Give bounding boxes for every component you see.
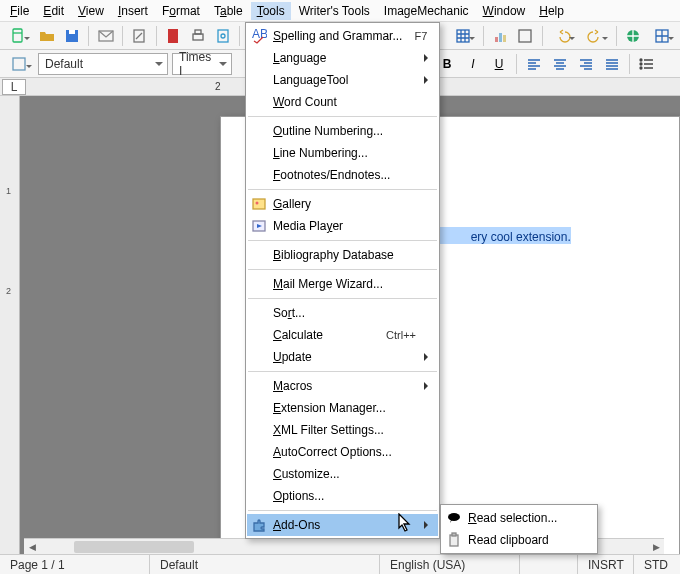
print-icon[interactable] bbox=[188, 25, 209, 47]
menu-item-label: Outline Numbering... bbox=[273, 124, 416, 138]
toolbar-separator bbox=[629, 54, 630, 74]
new-doc-icon[interactable] bbox=[4, 25, 32, 47]
redo-icon[interactable] bbox=[581, 25, 609, 47]
menu-item-line-numbering[interactable]: Line Numbering... bbox=[247, 142, 438, 164]
status-insert-mode[interactable]: INSRT bbox=[578, 555, 634, 574]
menu-tools[interactable]: Tools bbox=[251, 2, 291, 20]
preview-icon[interactable] bbox=[213, 25, 234, 47]
menu-item-word-count[interactable]: Word Count bbox=[247, 91, 438, 113]
menu-item-read-selection[interactable]: Read selection... bbox=[442, 507, 596, 529]
menu-item-bibliography-database[interactable]: Bibliography Database bbox=[247, 244, 438, 266]
underline-icon[interactable]: U bbox=[488, 53, 510, 75]
font-name-value: Times I bbox=[179, 50, 213, 78]
find-icon[interactable] bbox=[515, 25, 536, 47]
menu-item-footnotes-endnotes[interactable]: Footnotes/Endnotes... bbox=[247, 164, 438, 186]
menu-item-xml-filter-settings[interactable]: XML Filter Settings... bbox=[247, 419, 438, 441]
svg-rect-2 bbox=[69, 30, 75, 34]
menu-item-sort[interactable]: Sort... bbox=[247, 302, 438, 324]
italic-icon[interactable]: I bbox=[462, 53, 484, 75]
align-center-icon[interactable] bbox=[549, 53, 571, 75]
svg-point-25 bbox=[448, 513, 460, 521]
table-insert-icon[interactable] bbox=[449, 25, 477, 47]
styles-dialog-icon[interactable] bbox=[4, 53, 34, 75]
align-justify-icon[interactable] bbox=[601, 53, 623, 75]
menu-item-outline-numbering[interactable]: Outline Numbering... bbox=[247, 120, 438, 142]
menu-item-extension-manager[interactable]: Extension Manager... bbox=[247, 397, 438, 419]
scroll-left-arrow[interactable]: ◀ bbox=[25, 540, 39, 554]
menu-format[interactable]: Format bbox=[156, 2, 206, 20]
pdf-icon[interactable] bbox=[163, 25, 184, 47]
menu-item-gallery[interactable]: Gallery bbox=[247, 193, 438, 215]
align-right-icon[interactable] bbox=[575, 53, 597, 75]
menu-item-label: Add-Ons bbox=[273, 518, 416, 532]
undo-icon[interactable] bbox=[549, 25, 577, 47]
svg-rect-14 bbox=[519, 30, 531, 42]
menu-item-label: Options... bbox=[273, 489, 416, 503]
menu-item-macros[interactable]: Macros bbox=[247, 375, 438, 397]
svg-point-18 bbox=[640, 59, 642, 61]
align-left-icon[interactable] bbox=[523, 53, 545, 75]
menu-item-label: Read clipboard bbox=[468, 533, 574, 547]
edit-doc-icon[interactable] bbox=[129, 25, 150, 47]
menu-item-language[interactable]: Language bbox=[247, 47, 438, 69]
menu-insert[interactable]: Insert bbox=[112, 2, 154, 20]
addons-submenu: Read selection...Read clipboard bbox=[440, 504, 598, 554]
vertical-ruler[interactable]: 1 2 bbox=[0, 96, 20, 554]
menu-view[interactable]: View bbox=[72, 2, 110, 20]
menu-window[interactable]: Window bbox=[477, 2, 532, 20]
menu-item-options[interactable]: Options... bbox=[247, 485, 438, 507]
menu-item-languagetool[interactable]: LanguageTool bbox=[247, 69, 438, 91]
menu-item-media-player[interactable]: Media Player bbox=[247, 215, 438, 237]
menu-item-add-ons[interactable]: Add-Ons bbox=[247, 514, 438, 536]
font-name-combo[interactable]: Times I bbox=[172, 53, 232, 75]
menu-item-read-clipboard[interactable]: Read clipboard bbox=[442, 529, 596, 551]
open-icon[interactable] bbox=[36, 25, 57, 47]
svg-point-9 bbox=[221, 34, 225, 38]
menu-item-customize[interactable]: Customize... bbox=[247, 463, 438, 485]
menu-file[interactable]: File bbox=[4, 2, 35, 20]
svg-point-19 bbox=[640, 63, 642, 65]
scroll-thumb[interactable] bbox=[74, 541, 194, 553]
menu-table[interactable]: Table bbox=[208, 2, 249, 20]
menu-item-label: AutoCorrect Options... bbox=[273, 445, 416, 459]
status-page[interactable]: Page 1 / 1 bbox=[0, 555, 150, 574]
menu-writers-tools[interactable]: Writer's Tools bbox=[293, 2, 376, 20]
status-spacer bbox=[520, 555, 578, 574]
menu-divider bbox=[248, 510, 437, 511]
globe-icon[interactable] bbox=[623, 25, 644, 47]
paragraph-style-value: Default bbox=[45, 57, 83, 71]
menu-item-mail-merge-wizard[interactable]: Mail Merge Wizard... bbox=[247, 273, 438, 295]
toolbar-separator bbox=[483, 26, 484, 46]
menu-item-label: Sort... bbox=[273, 306, 416, 320]
svg-rect-26 bbox=[450, 535, 458, 546]
menu-item-autocorrect-options[interactable]: AutoCorrect Options... bbox=[247, 441, 438, 463]
menu-item-label: Update bbox=[273, 350, 416, 364]
menu-item-label: Word Count bbox=[273, 95, 416, 109]
spellcheck-icon: ABC bbox=[251, 28, 267, 44]
paragraph-style-combo[interactable]: Default bbox=[38, 53, 168, 75]
menu-imagemechanic[interactable]: ImageMechanic bbox=[378, 2, 475, 20]
save-icon[interactable] bbox=[61, 25, 82, 47]
menu-item-spelling-and-grammar[interactable]: ABCSpelling and Grammar...F7 bbox=[247, 25, 438, 47]
menu-help[interactable]: Help bbox=[533, 2, 570, 20]
menu-edit[interactable]: Edit bbox=[37, 2, 70, 20]
menu-item-label: XML Filter Settings... bbox=[273, 423, 416, 437]
menu-item-calculate[interactable]: CalculateCtrl++ bbox=[247, 324, 438, 346]
menu-item-label: Calculate bbox=[273, 328, 374, 342]
clipboard-icon bbox=[446, 532, 462, 548]
svg-point-20 bbox=[640, 67, 642, 69]
menu-item-update[interactable]: Update bbox=[247, 346, 438, 368]
tab-type-indicator[interactable]: L bbox=[2, 79, 26, 95]
toolbar-separator bbox=[156, 26, 157, 46]
status-selection-mode[interactable]: STD bbox=[634, 555, 680, 574]
grid-icon[interactable] bbox=[648, 25, 676, 47]
status-style[interactable]: Default bbox=[150, 555, 380, 574]
toolbar-separator bbox=[616, 26, 617, 46]
scroll-right-arrow[interactable]: ▶ bbox=[649, 540, 663, 554]
chart-icon[interactable] bbox=[490, 25, 511, 47]
status-language[interactable]: English (USA) bbox=[380, 555, 520, 574]
svg-rect-17 bbox=[13, 58, 25, 70]
menu-divider bbox=[248, 240, 437, 241]
email-icon[interactable] bbox=[95, 25, 116, 47]
list-icon[interactable] bbox=[636, 53, 658, 75]
